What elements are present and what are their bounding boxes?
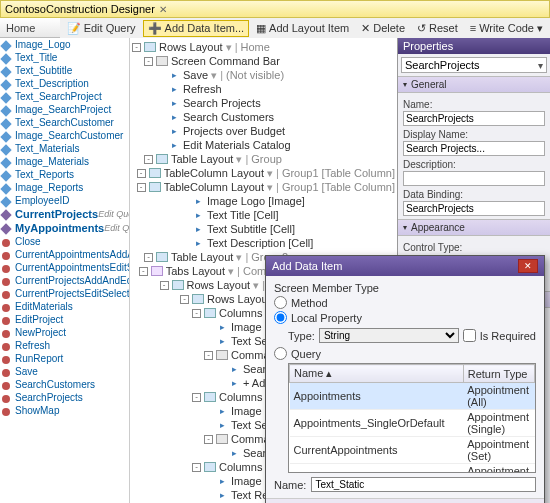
opt-query-radio[interactable]: [274, 347, 287, 360]
prop-name-input[interactable]: [403, 111, 545, 126]
screen-method[interactable]: NewProject: [0, 326, 129, 339]
tree-toggle[interactable]: -: [137, 169, 146, 178]
screen-method[interactable]: SearchProjects: [0, 391, 129, 404]
tree-toggle[interactable]: -: [139, 267, 148, 276]
query-row[interactable]: Appointments_SingleOrDefaultAppointment …: [290, 410, 535, 437]
screen-member[interactable]: EmployeeID: [0, 194, 129, 207]
col-name[interactable]: Name ▴: [290, 365, 464, 383]
tree-toggle[interactable]: -: [192, 393, 201, 402]
tree-toggle[interactable]: -: [144, 155, 153, 164]
query-row[interactable]: CurrentAppointmentsByCustomerAppointment…: [290, 464, 535, 474]
screen-method[interactable]: Save: [0, 365, 129, 378]
tab-close-icon[interactable]: ✕: [159, 4, 167, 15]
tree-toggle[interactable]: -: [192, 463, 201, 472]
screen-member[interactable]: Image_Logo: [0, 38, 129, 51]
dialog-close-button[interactable]: ✕: [518, 259, 538, 273]
query-icon: [0, 209, 11, 220]
screen-method[interactable]: CurrentProjectsAddAndEditNew: [0, 274, 129, 287]
tree-node[interactable]: ▸Projects over Budget: [132, 124, 395, 138]
tree-node[interactable]: ▸Refresh: [132, 82, 395, 96]
query-row[interactable]: AppointmentsAppointment (All): [290, 383, 535, 410]
screen-member[interactable]: Text_Materials: [0, 142, 129, 155]
screen-method[interactable]: CurrentAppointmentsEditSelected: [0, 261, 129, 274]
prop-description-input[interactable]: [403, 171, 545, 186]
tree-node[interactable]: ▸Edit Materials Catalog: [132, 138, 395, 152]
rows-icon: [149, 182, 161, 192]
dlg-name-input[interactable]: [311, 477, 536, 492]
method-icon: [2, 382, 10, 390]
property-selector[interactable]: SearchProjects: [401, 57, 547, 73]
leaf-icon: ▸: [168, 70, 180, 80]
rows-icon: [149, 168, 161, 178]
edit-query-link[interactable]: Edit Query: [104, 223, 130, 233]
add-layout-item-button[interactable]: ▦Add Layout Item: [251, 20, 354, 37]
tree-node[interactable]: -TableColumn Layout▾ |Group1 [Table Colu…: [132, 166, 395, 180]
opt-method-radio[interactable]: [274, 296, 287, 309]
tree-toggle[interactable]: -: [132, 43, 141, 52]
tree-node[interactable]: ▸Text Description [Cell]: [132, 236, 395, 250]
tree-toggle[interactable]: -: [144, 253, 153, 262]
tree-toggle[interactable]: -: [204, 351, 213, 360]
screen-member[interactable]: Text_SearchProject: [0, 90, 129, 103]
screen-member[interactable]: Text_SearchCustomer: [0, 116, 129, 129]
reset-button[interactable]: ↺Reset: [412, 20, 463, 37]
screen-query[interactable]: MyAppointmentsEdit Query: [0, 221, 129, 235]
tree-node[interactable]: -Table Layout▾ |Group: [132, 152, 395, 166]
section-appearance[interactable]: Appearance: [398, 219, 550, 236]
screen-method[interactable]: Refresh: [0, 339, 129, 352]
screen-method[interactable]: CurrentProjectsEditSelected: [0, 287, 129, 300]
rows-icon: [144, 42, 156, 52]
edit-query-link[interactable]: Edit Query: [98, 209, 130, 219]
query-row[interactable]: CurrentAppointmentsAppointment (Set): [290, 437, 535, 464]
screen-method[interactable]: CurrentAppointmentsAddAndEditNew: [0, 248, 129, 261]
tree-toggle[interactable]: -: [160, 281, 169, 290]
prop-displayname-input[interactable]: [403, 141, 545, 156]
screen-member[interactable]: Text_Reports: [0, 168, 129, 181]
tree-node[interactable]: ▸Image Logo [Image]: [132, 194, 395, 208]
col-return[interactable]: Return Type: [463, 365, 534, 383]
tree-toggle[interactable]: -: [137, 183, 146, 192]
tree-node[interactable]: ▸Text Subtitle [Cell]: [132, 222, 395, 236]
tree-node[interactable]: -Rows Layout▾ |Home: [132, 40, 395, 54]
tree-toggle[interactable]: -: [180, 295, 189, 304]
tree-node[interactable]: -TableColumn Layout▾ |Group1 [Table Colu…: [132, 180, 395, 194]
screen-method[interactable]: RunReport: [0, 352, 129, 365]
tree-node[interactable]: ▸Search Customers: [132, 110, 395, 124]
query-grid[interactable]: Name ▴Return Type AppointmentsAppointmen…: [288, 363, 536, 473]
add-data-item-button[interactable]: ➕Add Data Item...: [143, 20, 249, 37]
section-general[interactable]: General: [398, 76, 550, 93]
tree-node[interactable]: ▸Search Projects: [132, 96, 395, 110]
type-select[interactable]: String: [319, 328, 459, 343]
screen-member[interactable]: Text_Subtitle: [0, 64, 129, 77]
screen-method[interactable]: Close: [0, 235, 129, 248]
leaf-icon: ▸: [216, 420, 228, 430]
app-title: ContosoConstruction Designer: [5, 3, 155, 15]
tree-node[interactable]: ▸Save▾ |(Not visible): [132, 68, 395, 82]
screen-query[interactable]: CurrentProjectsEdit Query: [0, 207, 129, 221]
screen-method[interactable]: EditMaterials: [0, 300, 129, 313]
screen-member[interactable]: Image_Reports: [0, 181, 129, 194]
edit-query-button[interactable]: 📝Edit Query: [62, 20, 141, 37]
opt-local-radio[interactable]: [274, 311, 287, 324]
write-code-button[interactable]: ≡Write Code▾: [465, 20, 548, 37]
method-icon: [2, 330, 10, 338]
tree-node[interactable]: ▸Text Title [Cell]: [132, 208, 395, 222]
tree-node[interactable]: -Screen Command Bar: [132, 54, 395, 68]
screen-method[interactable]: SearchCustomers: [0, 378, 129, 391]
screen-member[interactable]: Image_Materials: [0, 155, 129, 168]
screen-member[interactable]: Text_Title: [0, 51, 129, 64]
dialog-titlebar[interactable]: Add Data Item ✕: [266, 256, 544, 276]
screen-method[interactable]: EditProject: [0, 313, 129, 326]
add-data-item-dialog: Add Data Item ✕ Screen Member Type Metho…: [265, 255, 545, 503]
tree-toggle[interactable]: -: [144, 57, 153, 66]
screen-member[interactable]: Image_SearchCustomer: [0, 129, 129, 142]
delete-button[interactable]: ✕Delete: [356, 20, 410, 37]
screen-method[interactable]: ShowMap: [0, 404, 129, 417]
is-required-checkbox[interactable]: [463, 329, 476, 342]
screen-member[interactable]: Image_SearchProject: [0, 103, 129, 116]
tree-toggle[interactable]: -: [192, 309, 201, 318]
prop-databinding-input[interactable]: [403, 201, 545, 216]
properties-header: Properties: [398, 38, 550, 54]
tree-toggle[interactable]: -: [204, 435, 213, 444]
screen-member[interactable]: Text_Description: [0, 77, 129, 90]
